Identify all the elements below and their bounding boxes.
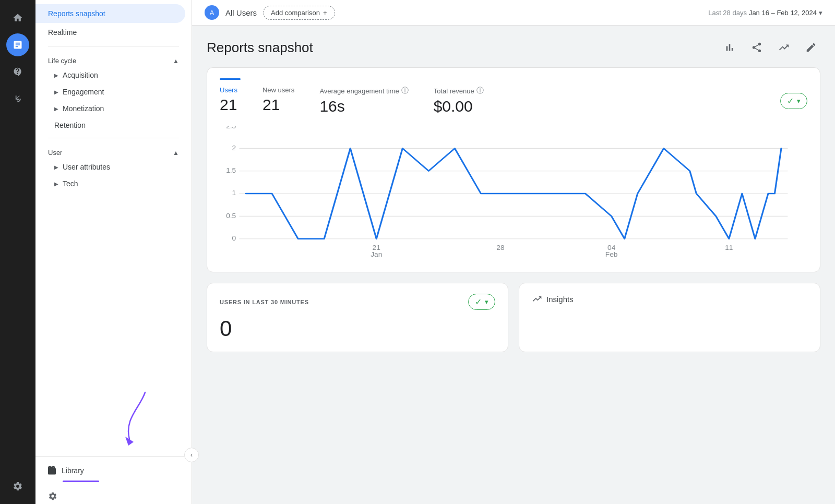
new-users-label: New users xyxy=(263,86,294,94)
sidebar-item-retention[interactable]: Retention xyxy=(35,117,192,134)
user-attributes-label: User attributes xyxy=(63,163,110,171)
topbar-left: A All Users Add comparison + xyxy=(205,5,335,20)
metric-new-users: New users 21 xyxy=(263,86,294,114)
svg-text:21: 21 xyxy=(373,244,380,251)
content-area: Reports snapshot xyxy=(192,26,835,504)
line-chart: 0 0.5 1 1.5 2 2.5 21 Jan 28 04 F xyxy=(220,126,807,261)
status-button[interactable]: ✓ ▾ xyxy=(780,93,807,109)
share-icon[interactable] xyxy=(747,38,766,57)
avg-engagement-value: 16s xyxy=(319,98,408,115)
bar-chart-icon[interactable] xyxy=(720,38,739,57)
svg-text:1: 1 xyxy=(232,189,236,197)
dropdown-icon: ▾ xyxy=(819,9,822,17)
engagement-label: Engagement xyxy=(63,88,104,96)
trending-icon[interactable] xyxy=(774,38,793,57)
svg-text:04: 04 xyxy=(607,244,615,251)
svg-text:2.5: 2.5 xyxy=(226,126,236,130)
all-users-label[interactable]: All Users xyxy=(225,8,257,17)
sidebar-nav: Reports snapshot Realtime Life cycle ▲ ▶… xyxy=(35,0,192,456)
home-icon[interactable] xyxy=(6,6,29,29)
user-section-header[interactable]: User ▲ xyxy=(35,142,192,159)
svg-text:11: 11 xyxy=(725,244,733,251)
sidebar-item-engagement[interactable]: ▶ Engagement xyxy=(35,83,192,100)
date-range-label: Last 28 days xyxy=(708,9,747,17)
avg-engagement-label: Average engagement time ⓘ xyxy=(319,86,408,95)
sidebar-collapse-button[interactable]: ‹ xyxy=(184,448,199,462)
svg-text:0.5: 0.5 xyxy=(226,212,236,219)
users-last-30-card: USERS IN LAST 30 MINUTES ✓ ▾ 0 xyxy=(207,283,508,352)
library-label: Library xyxy=(62,466,84,475)
topbar: A All Users Add comparison + Last 28 day… xyxy=(192,0,835,26)
divider-2 xyxy=(48,138,179,138)
sidebar: Reports snapshot Realtime Life cycle ▲ ▶… xyxy=(35,0,192,504)
main-content: A All Users Add comparison + Last 28 day… xyxy=(192,0,835,504)
total-revenue-help-icon: ⓘ xyxy=(476,86,484,95)
tech-label: Tech xyxy=(63,179,78,188)
lifecycle-label: Life cycle xyxy=(48,57,76,65)
realtime-icon[interactable] xyxy=(6,61,29,83)
users-30-status-button[interactable]: ✓ ▾ xyxy=(468,294,495,310)
insights-card: Insights xyxy=(519,283,820,352)
lifecycle-chevron: ▲ xyxy=(173,57,179,65)
date-range[interactable]: Last 28 days Jan 16 – Feb 12, 2024 ▾ xyxy=(708,9,822,17)
users-30-check-icon: ✓ xyxy=(475,297,482,307)
tech-arrow: ▶ xyxy=(54,181,58,187)
new-users-value: 21 xyxy=(263,96,294,114)
svg-text:Jan: Jan xyxy=(371,251,382,258)
user-badge: A xyxy=(205,5,219,20)
users-value: 21 xyxy=(220,96,237,114)
icon-bar xyxy=(0,0,35,504)
topbar-right: Last 28 days Jan 16 – Feb 12, 2024 ▾ xyxy=(708,9,822,17)
sidebar-item-user-attributes[interactable]: ▶ User attributes xyxy=(35,159,192,175)
monetization-label: Monetization xyxy=(63,104,104,113)
acquisition-label: Acquisition xyxy=(63,71,98,79)
total-revenue-label: Total revenue ⓘ xyxy=(434,86,484,95)
insights-header: Insights xyxy=(532,294,807,304)
svg-text:1.5: 1.5 xyxy=(226,167,236,174)
svg-text:28: 28 xyxy=(496,244,504,251)
total-revenue-value: $0.00 xyxy=(434,98,484,115)
page-title: Reports snapshot xyxy=(207,40,313,56)
library-item[interactable]: Library xyxy=(48,463,179,478)
user-label: User xyxy=(48,149,62,157)
insights-label: Insights xyxy=(546,295,574,304)
users-30-value: 0 xyxy=(220,316,495,341)
metrics-row: Users 21 New users 21 Average engagement… xyxy=(220,86,807,115)
sidebar-item-tech[interactable]: ▶ Tech xyxy=(35,175,192,192)
sidebar-item-monetization[interactable]: ▶ Monetization xyxy=(35,100,192,117)
bottom-cards: USERS IN LAST 30 MINUTES ✓ ▾ 0 Insights xyxy=(207,283,820,352)
status-dropdown-icon: ▾ xyxy=(797,97,801,105)
add-comparison-button[interactable]: Add comparison + xyxy=(263,6,335,20)
metric-users: Users 21 xyxy=(220,86,237,114)
chart-area: 0 0.5 1 1.5 2 2.5 21 Jan 28 04 F xyxy=(220,126,807,261)
page-header: Reports snapshot xyxy=(207,38,820,57)
acquisition-arrow: ▶ xyxy=(54,73,58,78)
sidebar-item-label: Reports snapshot xyxy=(48,9,105,18)
settings-icon[interactable] xyxy=(6,475,29,498)
user-chevron: ▲ xyxy=(173,149,179,157)
edit-icon[interactable] xyxy=(802,38,820,57)
lifecycle-section-header[interactable]: Life cycle ▲ xyxy=(35,51,192,67)
users-label: Users xyxy=(220,86,237,94)
users-30-label: USERS IN LAST 30 MINUTES ✓ ▾ xyxy=(220,294,495,310)
sidebar-item-acquisition[interactable]: ▶ Acquisition xyxy=(35,67,192,83)
page-actions xyxy=(720,38,820,57)
date-range-value: Jan 16 – Feb 12, 2024 xyxy=(749,9,817,17)
metric-avg-engagement: Average engagement time ⓘ 16s xyxy=(319,86,408,115)
settings-item[interactable] xyxy=(35,488,192,504)
sidebar-item-realtime[interactable]: Realtime xyxy=(35,23,185,42)
analytics-icon[interactable] xyxy=(6,33,29,56)
satellite-icon[interactable] xyxy=(6,88,29,111)
retention-label: Retention xyxy=(54,121,86,129)
sidebar-footer: Library xyxy=(35,456,192,488)
metric-total-revenue: Total revenue ⓘ $0.00 xyxy=(434,86,484,115)
sidebar-item-reports-snapshot[interactable]: Reports snapshot xyxy=(35,4,185,23)
plus-icon: + xyxy=(323,9,327,17)
status-check-icon: ✓ xyxy=(787,96,794,106)
svg-text:2: 2 xyxy=(232,144,236,151)
monetization-arrow: ▶ xyxy=(54,106,58,112)
sidebar-item-label: Realtime xyxy=(48,28,77,37)
library-underline xyxy=(63,481,99,482)
engagement-arrow: ▶ xyxy=(54,89,58,95)
chart-card: Users 21 New users 21 Average engagement… xyxy=(207,67,820,272)
